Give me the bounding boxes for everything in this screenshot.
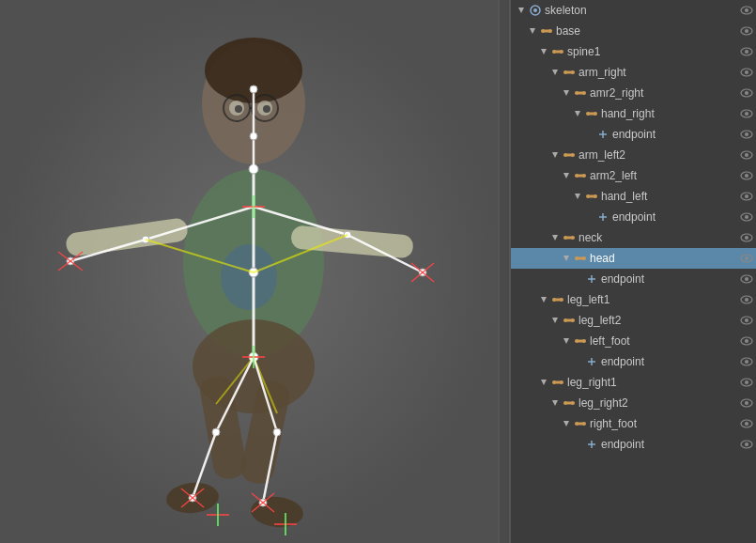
item-label-base: base: [556, 24, 737, 38]
eye-icon-neck[interactable]: [737, 233, 756, 242]
type-icon-endpoint_5: [584, 437, 599, 452]
tree-item-right_foot[interactable]: right_foot: [511, 413, 756, 434]
eye-icon-arm_right[interactable]: [737, 68, 756, 77]
expand-icon-endpoint_4[interactable]: [571, 355, 584, 368]
svg-point-119: [745, 194, 748, 198]
item-label-right_foot: right_foot: [590, 417, 737, 430]
eye-icon-endpoint_3[interactable]: [737, 274, 756, 284]
tree-item-base[interactable]: base: [511, 21, 756, 41]
expand-icon-left_foot[interactable]: [560, 334, 573, 348]
expand-icon-hand_left[interactable]: [571, 190, 584, 203]
expand-icon-hand_right[interactable]: [571, 107, 584, 120]
tree-item-leg_right1[interactable]: leg_right1: [511, 372, 756, 393]
expand-icon-amr2_right[interactable]: [560, 86, 573, 100]
tree-item-arm2_left[interactable]: arm2_left: [511, 165, 756, 186]
expand-icon-leg_left2[interactable]: [548, 314, 562, 327]
expand-icon-head[interactable]: [560, 252, 573, 265]
item-label-leg_left1: leg_left1: [567, 293, 737, 306]
tree-item-arm_right[interactable]: arm_right: [511, 62, 756, 83]
tree-item-neck[interactable]: neck: [511, 227, 756, 248]
eye-icon-arm_left2[interactable]: [737, 150, 756, 160]
svg-rect-171: [565, 402, 573, 405]
expand-icon-arm_right[interactable]: [548, 66, 562, 79]
expand-icon-spine1[interactable]: [537, 45, 550, 58]
tree-item-leg_right2[interactable]: leg_right2: [511, 393, 756, 413]
tree-item-hand_left[interactable]: hand_left: [511, 186, 756, 207]
eye-icon-left_foot[interactable]: [737, 336, 756, 346]
type-icon-neck: [562, 230, 577, 245]
svg-marker-162: [541, 380, 547, 385]
eye-icon-amr2_right[interactable]: [737, 88, 756, 98]
svg-point-179: [745, 422, 748, 426]
type-icon-endpoint_3: [584, 272, 599, 287]
eye-icon-skeleton[interactable]: [737, 6, 756, 15]
expand-icon-skeleton[interactable]: [515, 4, 528, 17]
tree-item-skeleton[interactable]: skeleton: [511, 0, 756, 21]
expand-icon-arm2_left[interactable]: [560, 169, 573, 182]
eye-icon-spine1[interactable]: [737, 47, 756, 56]
svg-point-73: [745, 29, 748, 33]
svg-rect-105: [565, 154, 573, 157]
tree-item-amr2_right[interactable]: amr2_right: [511, 83, 756, 103]
expand-icon-endpoint_1[interactable]: [582, 128, 595, 141]
svg-point-145: [745, 298, 748, 302]
tree-item-spine1[interactable]: spine1: [511, 41, 756, 62]
eye-icon-right_foot[interactable]: [737, 419, 756, 428]
tree-item-head[interactable]: head: [511, 248, 756, 269]
svg-rect-111: [577, 175, 584, 178]
tree-item-endpoint_5[interactable]: endpoint: [511, 434, 756, 455]
expand-icon-endpoint_2[interactable]: [582, 210, 595, 224]
eye-icon-leg_left1[interactable]: [737, 295, 756, 304]
tree-item-endpoint_3[interactable]: endpoint: [511, 269, 756, 289]
type-icon-endpoint_1: [595, 127, 610, 142]
tree-item-hand_right[interactable]: hand_right: [511, 103, 756, 124]
svg-point-11: [221, 244, 277, 310]
svg-rect-95: [588, 113, 595, 116]
item-label-hand_right: hand_right: [601, 107, 737, 120]
outliner-panel[interactable]: skeleton base spine1: [511, 0, 756, 543]
item-label-endpoint_4: endpoint: [601, 355, 737, 368]
expand-icon-leg_left1[interactable]: [537, 293, 550, 306]
tree-item-arm_left2[interactable]: arm_left2: [511, 145, 756, 165]
tree-item-endpoint_1[interactable]: endpoint: [511, 124, 756, 145]
eye-icon-endpoint_1[interactable]: [737, 130, 756, 139]
expand-icon-base[interactable]: [526, 24, 539, 38]
svg-rect-83: [565, 71, 573, 74]
svg-rect-89: [577, 92, 584, 95]
expand-icon-endpoint_5[interactable]: [571, 438, 584, 451]
eye-icon-base[interactable]: [737, 26, 756, 36]
item-label-skeleton: skeleton: [545, 4, 737, 17]
type-icon-right_foot: [573, 416, 588, 431]
type-icon-endpoint_4: [584, 354, 599, 369]
type-icon-arm2_left: [573, 168, 588, 183]
svg-point-79: [745, 50, 748, 54]
type-icon-amr2_right: [573, 85, 588, 101]
item-label-arm2_left: arm2_left: [590, 169, 737, 182]
eye-icon-hand_right[interactable]: [737, 109, 756, 118]
eye-icon-leg_right2[interactable]: [737, 398, 756, 408]
expand-icon-right_foot[interactable]: [560, 417, 573, 430]
tree-item-leg_left1[interactable]: leg_left1: [511, 289, 756, 310]
eye-icon-hand_left[interactable]: [737, 192, 756, 201]
tree-item-left_foot[interactable]: left_foot: [511, 331, 756, 351]
eye-icon-head[interactable]: [737, 254, 756, 263]
expand-icon-endpoint_3[interactable]: [571, 272, 584, 286]
expand-icon-neck[interactable]: [548, 231, 562, 244]
eye-icon-leg_left2[interactable]: [737, 316, 756, 325]
expand-icon-arm_left2[interactable]: [548, 148, 562, 162]
eye-icon-leg_right1[interactable]: [737, 378, 756, 387]
viewport[interactable]: [0, 0, 498, 543]
eye-icon-arm2_left[interactable]: [737, 171, 756, 180]
tree-item-leg_left2[interactable]: leg_left2: [511, 310, 756, 331]
expand-icon-leg_right2[interactable]: [548, 396, 562, 410]
eye-icon-endpoint_5[interactable]: [737, 440, 756, 449]
type-icon-leg_left1: [550, 292, 565, 307]
tree-item-endpoint_4[interactable]: endpoint: [511, 351, 756, 372]
svg-point-123: [745, 215, 748, 219]
eye-icon-endpoint_2[interactable]: [737, 212, 756, 222]
expand-icon-leg_right1[interactable]: [537, 376, 550, 389]
eye-icon-endpoint_4[interactable]: [737, 357, 756, 366]
item-label-arm_right: arm_right: [579, 66, 737, 79]
svg-point-167: [745, 380, 748, 384]
tree-item-endpoint_2[interactable]: endpoint: [511, 207, 756, 227]
